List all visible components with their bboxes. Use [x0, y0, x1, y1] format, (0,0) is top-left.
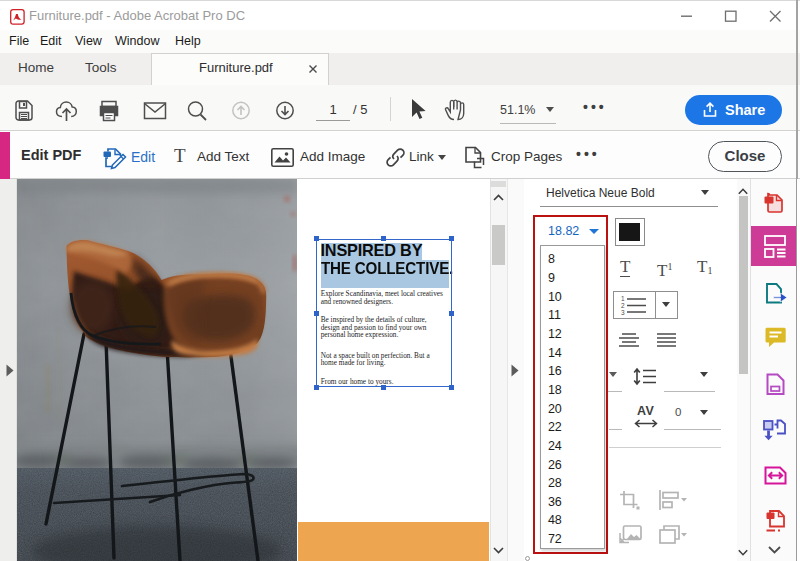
svg-text:1: 1	[621, 295, 625, 302]
svg-text:3: 3	[621, 309, 625, 316]
